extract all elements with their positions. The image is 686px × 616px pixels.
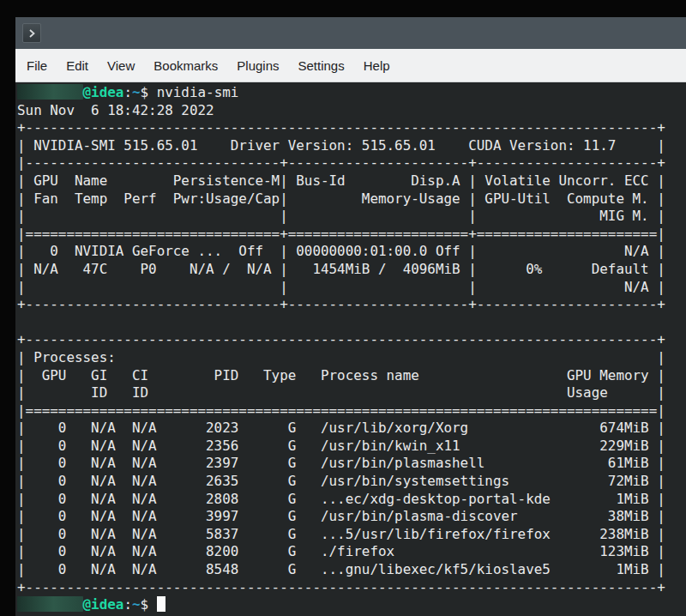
terminal-line: | GPU Name Persistence-M| Bus-Id Disp.A … [17,172,686,190]
terminal-line: | N/A 47C P0 N/A / N/A | 1454MiB / 4096M… [17,261,686,279]
terminal-line: |===============================+=======… [17,226,686,244]
terminal-line: | 0 N/A N/A 2397 G /usr/bin/plasmashell … [17,455,686,473]
terminal-cursor [157,596,165,612]
prompt-dollar: $ [141,596,157,613]
terminal-line: | 0 NVIDIA GeForce ... Off | 00000000:01… [17,243,686,261]
terminal-line: | | | N/A | [17,279,686,297]
tab-bar [15,17,686,49]
chevron-right-icon [27,28,37,39]
terminal-line: |=======================================… [17,402,686,420]
menu-item-settings[interactable]: Settings [289,58,354,73]
redacted-username [17,84,83,100]
terminal-area[interactable]: @idea:~$ nvidia-smi Sun Nov 6 18:42:28 2… [15,82,686,616]
terminal-line: | ID ID Usage | [17,384,686,402]
menu-item-help[interactable]: Help [354,58,400,73]
terminal-line: | 0 N/A N/A 8548 G ...gnu/libexec/kf5/ki… [17,561,686,579]
terminal-line: | GPU GI CI PID Type Process name GPU Me… [17,367,686,385]
terminal-line: +---------------------------------------… [17,119,686,137]
terminal-line: | | | MIG M. | [17,208,686,226]
konsole-window: File Edit View Bookmarks Plugins Setting… [15,17,686,616]
terminal-output: +---------------------------------------… [17,119,686,596]
redacted-username [17,596,83,612]
terminal-line: |-------------------------------+-------… [17,154,686,172]
terminal-line: +---------------------------------------… [17,331,686,349]
prompt-host: @idea [83,596,124,613]
terminal-line: | 0 N/A N/A 8200 G ./firefox 123MiB | [17,543,686,561]
menu-item-plugins[interactable]: Plugins [227,58,288,73]
terminal-line: | 0 N/A N/A 2808 G ...ec/xdg-desktop-por… [17,491,686,509]
prompt-colon: : [123,84,132,100]
terminal-line: +-------------------------------+-------… [17,296,686,314]
terminal-line: +---------------------------------------… [17,579,686,597]
window-tab-button[interactable] [22,23,41,43]
prompt-host: @idea [83,84,124,100]
terminal-line: | 0 N/A N/A 3997 G /usr/bin/plasma-disco… [17,508,686,526]
terminal-line [17,314,686,332]
menu-item-file[interactable]: File [17,58,57,73]
terminal-line: | 0 N/A N/A 2356 G /usr/bin/kwin_x11 229… [17,438,686,456]
prompt-path: ~ [132,596,141,613]
terminal-line: | 0 N/A N/A 2023 G /usr/lib/xorg/Xorg 67… [17,420,686,438]
terminal-line: | NVIDIA-SMI 515.65.01 Driver Version: 5… [17,137,686,155]
menu-item-edit[interactable]: Edit [57,58,98,73]
menu-item-view[interactable]: View [98,58,144,73]
terminal-line: | 0 N/A N/A 2635 G /usr/bin/systemsettin… [17,473,686,491]
command-text: nvidia-smi [157,84,239,100]
date-line: Sun Nov 6 18:42:28 2022 [17,102,686,120]
menu-bar: File Edit View Bookmarks Plugins Setting… [15,49,686,82]
terminal-line: | Processes: | [17,349,686,367]
prompt-line-command: @idea:~$ nvidia-smi [17,84,686,102]
terminal-line: | Fan Temp Perf Pwr:Usage/Cap| Memory-Us… [17,190,686,208]
prompt-colon: : [123,596,132,613]
terminal-line: | 0 N/A N/A 5837 G ...5/usr/lib/firefox/… [17,526,686,544]
prompt-dollar: $ [141,84,157,100]
prompt-line-current: @idea:~$ [17,596,686,614]
menu-item-bookmarks[interactable]: Bookmarks [144,58,227,73]
prompt-path: ~ [132,84,141,100]
